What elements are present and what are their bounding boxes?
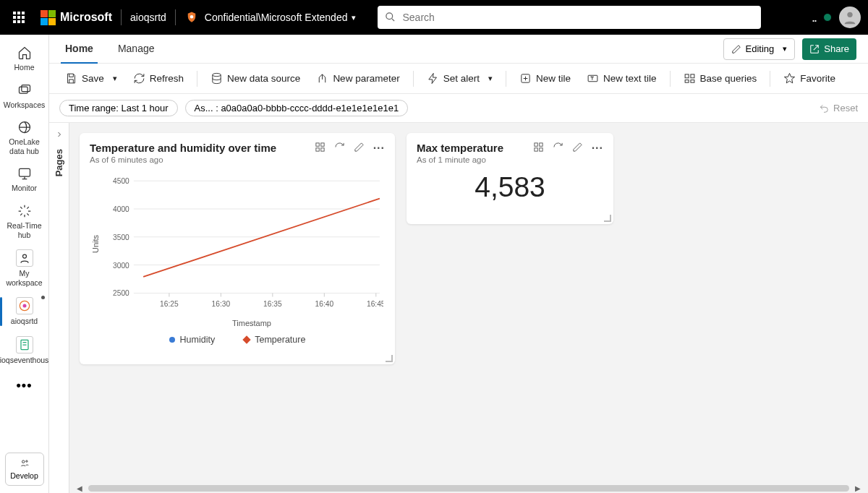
nav-more[interactable]: ••• xyxy=(17,371,33,400)
editing-dropdown[interactable]: Editing ▾ xyxy=(723,38,796,60)
ytick: 3000 xyxy=(113,262,129,270)
ytick: 3500 xyxy=(113,233,129,241)
nav-label: OneLake data hub xyxy=(3,137,46,155)
new-datasource-button[interactable]: New data source xyxy=(205,69,306,87)
save-button[interactable]: Save▾ xyxy=(59,69,123,87)
microsoft-logo: Microsoft xyxy=(41,10,112,25)
chevron-down-icon: ▾ xyxy=(488,74,493,83)
tab-home[interactable]: Home xyxy=(61,35,98,64)
pages-rail: Pages xyxy=(49,123,69,493)
svg-rect-19 xyxy=(690,80,694,83)
xtick: 16:25 xyxy=(160,300,179,308)
nav-onelake[interactable]: OneLake data hub xyxy=(3,115,46,160)
parameter-icon xyxy=(316,72,328,85)
workspace-context[interactable]: aioqsrtd xyxy=(130,12,166,23)
horizontal-scrollbar[interactable]: ◀ ▶ xyxy=(69,483,868,493)
refresh-label: Refresh xyxy=(150,73,184,84)
search-icon xyxy=(385,12,396,25)
nav-label: My workspace xyxy=(3,269,46,287)
tile-more-icon[interactable]: ··· xyxy=(592,142,603,155)
metric-value: 4,583 xyxy=(407,171,613,203)
tile-edit-icon[interactable] xyxy=(572,142,583,155)
new-ds-label: New data source xyxy=(227,73,300,84)
new-tile-button[interactable]: New tile xyxy=(514,69,576,87)
tile-explore-icon[interactable] xyxy=(533,142,544,155)
nav-workspaces[interactable]: Workspaces xyxy=(3,78,46,114)
text-tile-icon xyxy=(587,72,599,85)
resize-handle[interactable] xyxy=(604,215,611,222)
scroll-left-icon[interactable]: ◀ xyxy=(77,484,82,492)
tile-max-temperature[interactable]: Max temperature As of 1 minute ago ··· 4… xyxy=(407,133,613,224)
nav-realtime[interactable]: Real-Time hub xyxy=(3,199,46,244)
expand-rail-icon[interactable] xyxy=(55,129,64,142)
svg-point-1 xyxy=(386,13,393,20)
time-range-chip[interactable]: Time range: Last 1 hour xyxy=(59,100,178,116)
develop-button[interactable]: Develop xyxy=(5,453,44,486)
pages-rail-label[interactable]: Pages xyxy=(54,149,64,176)
svg-rect-35 xyxy=(539,143,542,146)
tile-refresh-icon[interactable] xyxy=(334,142,345,155)
xtick: 16:40 xyxy=(315,300,334,308)
tile-title: Max temperature xyxy=(417,142,503,154)
new-text-label: New text tile xyxy=(603,73,657,84)
develop-icon xyxy=(18,458,31,470)
more-icon[interactable]: .. xyxy=(812,10,816,25)
svg-rect-3 xyxy=(19,87,27,93)
tile-temperature-humidity[interactable]: Temperature and humidity over time As of… xyxy=(80,133,395,364)
database-icon xyxy=(210,72,223,85)
nav-home[interactable]: Home xyxy=(3,40,46,77)
user-avatar[interactable] xyxy=(839,7,861,28)
new-text-tile-button[interactable]: New text tile xyxy=(581,69,663,87)
nav-monitor[interactable]: Monitor xyxy=(3,161,46,197)
reset-button[interactable]: Reset xyxy=(819,103,858,113)
nav-eventhouse[interactable]: aioqseventhouse xyxy=(3,332,46,369)
refresh-button[interactable]: Refresh xyxy=(127,69,190,87)
svg-rect-21 xyxy=(320,143,323,146)
app-launcher-icon[interactable] xyxy=(7,6,30,29)
ytick: 2500 xyxy=(113,289,129,297)
svg-point-9 xyxy=(22,304,26,308)
realtime-icon xyxy=(17,203,32,219)
scroll-right-icon[interactable]: ▶ xyxy=(855,484,861,492)
nav-label: Monitor xyxy=(12,184,37,193)
chevron-down-icon: ▾ xyxy=(783,44,787,53)
chart-ylabel: Units xyxy=(91,170,100,317)
resize-handle[interactable] xyxy=(386,355,393,362)
tile-refresh-icon[interactable] xyxy=(553,142,563,155)
chevron-down-icon: ▾ xyxy=(113,74,117,83)
asset-chip[interactable]: As... : a0a0a0a0-bbbb-cccc-dddd-e1e1e1e1… xyxy=(185,100,409,116)
editing-label: Editing xyxy=(746,43,775,54)
base-queries-button[interactable]: Base queries xyxy=(678,69,763,87)
shield-icon xyxy=(184,10,199,25)
legend-diamond-icon xyxy=(243,335,251,343)
left-nav: Home Workspaces OneLake data hub Monitor… xyxy=(0,35,49,493)
legend-humidity[interactable]: Humidity xyxy=(169,335,216,345)
pencil-icon xyxy=(731,44,741,54)
search-input[interactable] xyxy=(378,6,761,29)
chevron-down-icon: ▾ xyxy=(352,13,356,22)
new-parameter-button[interactable]: New parameter xyxy=(310,69,405,87)
eventhouse-icon xyxy=(16,336,33,353)
tile-more-icon[interactable]: ··· xyxy=(373,142,385,155)
scrollbar-track[interactable] xyxy=(88,485,849,492)
dashboard-canvas: Pages Temperature and humidity over time… xyxy=(49,123,868,493)
confidentiality-dropdown[interactable]: Confidential\Microsoft Extended ▾ xyxy=(184,10,357,25)
tile-icon xyxy=(519,72,532,85)
monitor-icon xyxy=(17,166,32,181)
svg-rect-34 xyxy=(535,143,537,146)
board[interactable]: Temperature and humidity over time As of… xyxy=(69,123,868,493)
nav-aioqsrtd[interactable]: aioqsrtd xyxy=(3,293,46,330)
tile-edit-icon[interactable] xyxy=(354,142,365,155)
nav-my-workspace[interactable]: My workspace xyxy=(3,245,46,291)
share-button[interactable]: Share xyxy=(802,38,856,60)
tab-manage[interactable]: Manage xyxy=(114,35,159,64)
nav-label: aioqsrtd xyxy=(11,317,38,326)
home-icon xyxy=(17,45,32,61)
set-alert-button[interactable]: Set alert▾ xyxy=(421,69,498,87)
legend-temperature[interactable]: Temperature xyxy=(244,335,305,345)
tile-timestamp: As of 6 minutes ago xyxy=(90,155,276,164)
tile-explore-icon[interactable] xyxy=(315,142,326,155)
legend-dot-icon xyxy=(169,337,175,343)
favorite-button[interactable]: Favorite xyxy=(778,69,841,87)
new-tile-label: New tile xyxy=(536,73,571,84)
